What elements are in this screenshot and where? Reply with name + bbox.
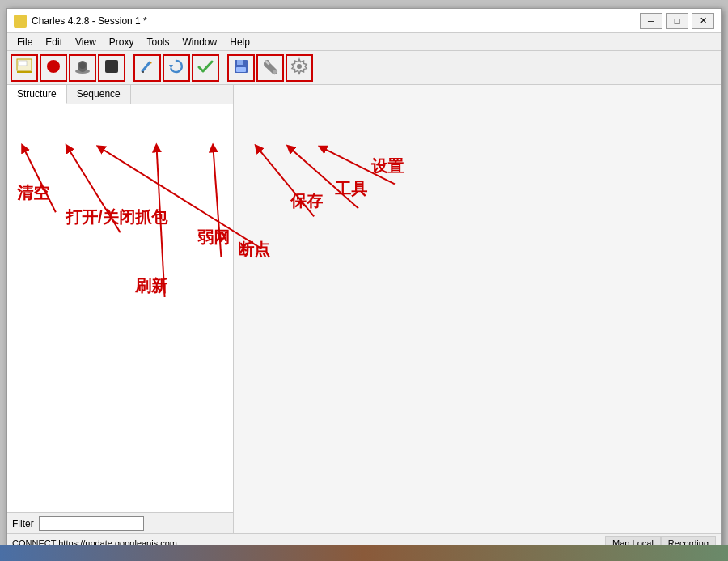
record-button[interactable] xyxy=(40,54,67,82)
gear-icon xyxy=(290,57,308,78)
save-icon xyxy=(232,57,250,78)
menu-window[interactable]: Window xyxy=(176,35,224,49)
tick-icon xyxy=(197,57,214,78)
svg-point-6 xyxy=(79,62,86,69)
menu-view[interactable]: View xyxy=(69,35,103,49)
title-bar: Charles 4.2.8 - Session 1 * ─ □ ✕ xyxy=(7,9,721,33)
toolbar xyxy=(7,51,721,85)
validate-button[interactable] xyxy=(192,54,219,82)
menu-tools[interactable]: Tools xyxy=(141,35,176,49)
record-icon xyxy=(44,57,62,78)
menu-edit[interactable]: Edit xyxy=(39,35,69,49)
svg-point-17 xyxy=(297,64,302,69)
throttle-button[interactable] xyxy=(69,54,96,82)
right-panel xyxy=(234,85,721,533)
window-controls: ─ □ ✕ xyxy=(640,13,714,29)
desktop-background xyxy=(0,545,728,561)
main-window: Charles 4.2.8 - Session 1 * ─ □ ✕ File E… xyxy=(6,8,722,552)
left-panel: Structure Sequence Filter xyxy=(7,85,234,533)
app-icon xyxy=(14,15,27,28)
minimize-button[interactable]: ─ xyxy=(640,13,662,29)
menu-file[interactable]: File xyxy=(11,35,39,49)
maximize-button[interactable]: □ xyxy=(666,13,688,29)
main-content: Structure Sequence Filter xyxy=(7,85,721,533)
svg-rect-13 xyxy=(237,60,243,65)
hat-icon xyxy=(74,57,91,78)
svg-rect-7 xyxy=(105,60,118,73)
stop-icon xyxy=(103,57,121,78)
tools-button[interactable] xyxy=(256,54,284,82)
svg-point-3 xyxy=(47,60,60,73)
tools-icon xyxy=(261,57,279,78)
svg-point-15 xyxy=(273,70,277,74)
window-title: Charles 4.2.8 - Session 1 * xyxy=(32,15,640,27)
menu-help[interactable]: Help xyxy=(223,35,256,49)
clear-button[interactable] xyxy=(11,54,38,82)
tab-structure[interactable]: Structure xyxy=(7,85,67,104)
filter-label: Filter xyxy=(12,518,34,529)
svg-line-8 xyxy=(142,62,150,71)
refresh-button[interactable] xyxy=(163,54,190,82)
save-button[interactable] xyxy=(227,54,255,82)
close-button[interactable]: ✕ xyxy=(692,13,714,29)
edit-button[interactable] xyxy=(133,54,161,82)
left-content xyxy=(7,104,233,512)
tab-sequence[interactable]: Sequence xyxy=(67,85,131,104)
tabs: Structure Sequence xyxy=(7,85,233,104)
clear-icon xyxy=(15,57,33,78)
settings-button[interactable] xyxy=(286,54,313,82)
pen-icon xyxy=(138,57,156,78)
svg-rect-1 xyxy=(19,61,27,66)
svg-rect-14 xyxy=(236,67,246,72)
filter-input[interactable] xyxy=(39,516,144,531)
breakpoints-button[interactable] xyxy=(98,54,125,82)
menu-proxy[interactable]: Proxy xyxy=(103,35,141,49)
filter-row: Filter xyxy=(7,512,233,533)
svg-marker-11 xyxy=(169,65,173,69)
refresh-icon xyxy=(167,57,185,78)
menu-bar: File Edit View Proxy Tools Window Help xyxy=(7,33,721,51)
